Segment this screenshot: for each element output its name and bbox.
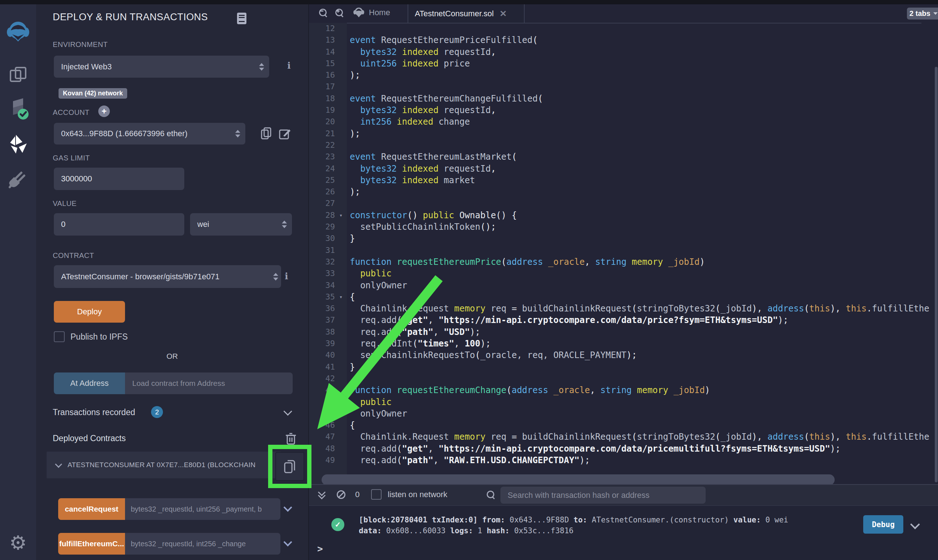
fulfill-ethereum-change-button[interactable]: fulfillEthereumC...: [58, 533, 125, 555]
code-line: 17: [309, 81, 929, 92]
remix-mini-logo-icon: [353, 6, 364, 19]
fulfill-expand-icon[interactable]: [283, 538, 292, 546]
environment-value: Injected Web3: [61, 62, 112, 72]
value-unit-select[interactable]: wei: [190, 213, 292, 235]
account-select[interactable]: 0x643...9F88D (1.666673996 ether): [54, 123, 245, 145]
code-line: 44 public: [309, 396, 929, 408]
value-label: VALUE: [53, 199, 77, 208]
select-arrows-icon: [282, 221, 287, 228]
pending-tx-count: 0: [355, 490, 360, 499]
select-arrows-icon: [235, 130, 240, 138]
vertical-scrollbar[interactable]: [935, 67, 938, 482]
contract-expand-chevron-icon[interactable]: [55, 461, 62, 468]
documentation-icon[interactable]: [237, 12, 247, 25]
cancel-request-params[interactable]: bytes32 _requestId, uint256 _payment, b: [125, 498, 280, 520]
value-input[interactable]: [54, 213, 184, 235]
code-line: 15 uint256 indexed price: [309, 58, 929, 69]
at-address-input[interactable]: [125, 372, 293, 394]
plugin-manager-icon[interactable]: [0, 166, 36, 191]
tab-active-file[interactable]: ATestnetConsumer.sol ✕: [407, 4, 524, 23]
environment-select[interactable]: Injected Web3: [54, 55, 269, 78]
terminal-search-input[interactable]: [500, 487, 706, 504]
code-line: 16);: [309, 69, 929, 81]
copy-account-icon[interactable]: [261, 127, 272, 140]
code-line: 25 bytes32 indexed market: [309, 174, 929, 186]
environment-info-icon[interactable]: i: [287, 60, 291, 71]
deployed-contract-label: ATESTNETCONSUMER AT 0X7E7...E80D1 (BLOCK…: [68, 461, 270, 469]
code-line: 33 public: [309, 268, 929, 279]
environment-label: ENVIRONMENT: [53, 40, 108, 49]
network-badge: Kovan (42) network: [58, 88, 127, 98]
clear-deployed-trash-icon[interactable]: [286, 432, 296, 445]
code-line: 13event RequestEthereumPriceFulfilled(: [309, 34, 929, 46]
tx-log-entry[interactable]: [block:20780401 txIndex:0] from: 0x643..…: [359, 514, 789, 536]
listen-network-checkbox[interactable]: [371, 489, 381, 500]
contract-info-icon[interactable]: i: [285, 271, 288, 282]
settings-gear-icon[interactable]: ⚙: [0, 531, 36, 554]
window-top-strip: [0, 0, 938, 4]
clear-console-icon[interactable]: [337, 490, 345, 499]
fulfill-ethereum-change-params[interactable]: bytes32 _requestId, int256 _change: [125, 533, 280, 555]
tabs-count-dropdown[interactable]: 2 tabs: [907, 8, 938, 20]
contract-label: CONTRACT: [53, 251, 94, 260]
cancel-request-expand-icon[interactable]: [283, 503, 292, 512]
contract-value: ATestnetConsumer - browser/gists/9b71e07…: [61, 272, 220, 282]
code-line: 20 int256 indexed change: [309, 116, 929, 128]
at-address-button[interactable]: At Address: [54, 372, 125, 394]
code-line: 46{: [309, 420, 929, 431]
close-tab-icon[interactable]: ✕: [499, 9, 507, 19]
account-value: 0x643...9F88D (1.666673996 ether): [61, 129, 188, 138]
tx-success-icon: ✓: [331, 518, 344, 531]
terminal-prompt[interactable]: >: [317, 543, 323, 554]
cancel-request-button[interactable]: cancelRequest: [58, 498, 125, 520]
deploy-run-panel: DEPLOY & RUN TRANSACTIONS ENVIRONMENT In…: [36, 4, 309, 560]
deployed-contract-row[interactable]: ATESTNETCONSUMER AT 0X7E7...E80D1 (BLOCK…: [47, 452, 281, 478]
code-line: 22: [309, 140, 929, 151]
zoom-out-icon[interactable]: [319, 9, 327, 17]
tabs-count-label: 2 tabs: [909, 9, 930, 18]
transactions-chevron-icon[interactable]: [283, 407, 292, 415]
code-line: 21);: [309, 128, 929, 140]
zoom-in-icon[interactable]: [335, 9, 343, 17]
remix-logo-glyph: [5, 18, 31, 45]
tx-expand-chevron-icon[interactable]: [910, 520, 920, 529]
code-line: 39 req.addInt("times", 100);: [309, 338, 929, 349]
remix-logo-icon[interactable]: [0, 16, 36, 47]
publish-ipfs-checkbox[interactable]: [54, 331, 65, 342]
add-account-icon[interactable]: +: [98, 106, 110, 117]
contract-select[interactable]: ATestnetConsumer - browser/gists/9b71e07…: [54, 265, 281, 288]
deploy-button[interactable]: Deploy: [54, 301, 125, 323]
code-line: 12: [309, 23, 929, 34]
code-line: 37 req.add("get", "https://min-api.crypt…: [309, 314, 929, 326]
code-line: 29 setPublicChainlinkToken();: [309, 221, 929, 233]
copy-icon: [284, 459, 296, 474]
code-line: 41}: [309, 361, 929, 373]
code-area[interactable]: 1213event RequestEthereumPriceFulfilled(…: [309, 23, 938, 484]
code-line: 38 req.add("path", "USD");: [309, 326, 929, 338]
solidity-compiler-icon[interactable]: [0, 97, 36, 122]
horizontal-scrollbar[interactable]: [321, 474, 835, 484]
edit-account-icon[interactable]: [279, 128, 291, 140]
gas-limit-input[interactable]: [54, 168, 184, 190]
copy-contract-address-button[interactable]: [275, 452, 304, 481]
select-arrows-icon: [259, 63, 264, 71]
value-unit: wei: [197, 220, 209, 229]
code-editor: Home ATestnetConsumer.sol ✕ 2 tabs 1213e…: [309, 4, 938, 484]
terminal-search-icon: [487, 491, 495, 498]
remix-ide-window: ⚙ DEPLOY & RUN TRANSACTIONS ENVIRONMENT …: [0, 0, 938, 560]
tabs-dropdown-arrow-icon: [933, 12, 938, 15]
icon-rail: ⚙: [0, 4, 36, 560]
tab-home[interactable]: Home: [353, 6, 390, 19]
debug-button[interactable]: Debug: [863, 515, 903, 534]
code-line: 24 bytes32 indexed requestId,: [309, 163, 929, 174]
transactions-count-badge: 2: [151, 406, 163, 418]
deployed-contracts-heading: Deployed Contracts: [53, 434, 126, 443]
code-lines: 1213event RequestEthereumPriceFulfilled(…: [309, 23, 929, 466]
select-arrows-icon: [273, 273, 278, 280]
file-explorer-icon[interactable]: [0, 63, 36, 87]
expand-terminal-icon[interactable]: [319, 489, 324, 498]
deploy-and-run-icon[interactable]: [0, 132, 36, 157]
code-line: 49 req.add("path", "RAW.ETH.USD.CHANGEPC…: [309, 454, 929, 466]
publish-ipfs-label: Publish to IPFS: [71, 332, 128, 342]
tx-log-line2: data: 0x608...60033 logs: 1 hash: 0x53c.…: [359, 525, 789, 536]
